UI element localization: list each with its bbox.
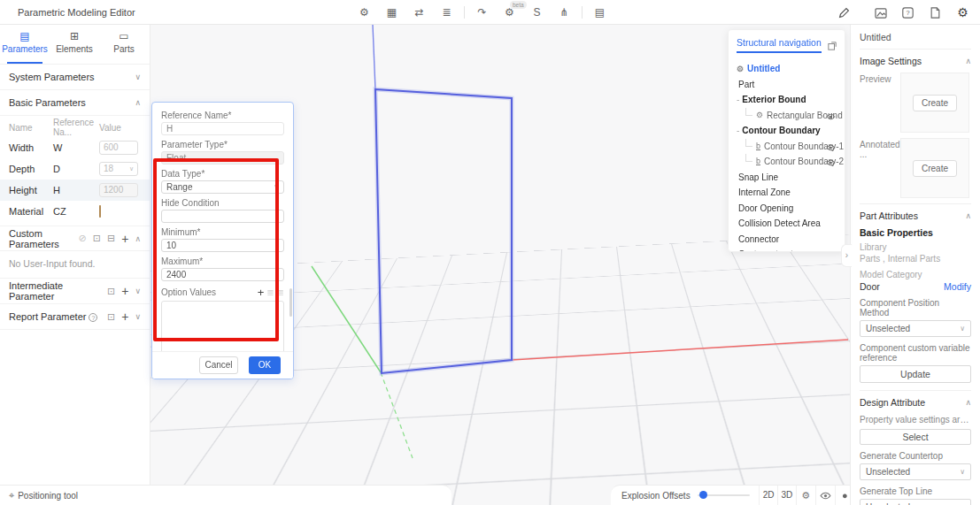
system-parameters-header[interactable]: System Parameters ∨ (0, 65, 150, 90)
create-preview-button[interactable]: Create (913, 95, 957, 111)
sort-up-icon[interactable]: ≣ (266, 287, 274, 297)
generate-countertop-select[interactable]: Unselected ∨ (860, 463, 971, 480)
tree-item-rectangular-bound[interactable]: ⚙ Rectangular Bound (737, 108, 845, 124)
param-ref: W (53, 142, 99, 153)
part-outline[interactable] (375, 89, 512, 373)
view-2d-button[interactable]: 2D (759, 486, 777, 505)
chevron-down-icon[interactable]: ∨ (135, 312, 141, 321)
tab-parameters[interactable]: ▤ Parameters (0, 25, 50, 64)
chevron-up-icon[interactable]: ∧ (135, 234, 141, 243)
add-icon[interactable]: + (121, 284, 128, 298)
add-icon[interactable]: + (121, 232, 128, 246)
image-icon[interactable] (867, 6, 894, 19)
custom-parameters-header[interactable]: Custom Parameters ⊘ ⊡ ⊟ + ∧ (0, 226, 150, 251)
tree-item-snap-line[interactable]: Snap Line (737, 170, 845, 186)
help-icon[interactable]: ? (89, 313, 97, 322)
image-settings-header[interactable]: Image Settings ∧ (860, 50, 971, 73)
expand-panel-icon[interactable] (828, 37, 837, 53)
part-attributes-header[interactable]: Part Attributes ∧ (860, 204, 971, 227)
explosion-offset-slider[interactable] (698, 494, 751, 496)
hide-condition-input[interactable]: ƒ (161, 210, 284, 223)
list-settings-icon[interactable]: ≣ (433, 6, 460, 19)
basic-parameters-header[interactable]: Basic Parameters ∧ (0, 90, 150, 116)
table-header-row: Name Reference Na... Value (9, 118, 141, 137)
col-reference: Reference Na... (53, 118, 99, 137)
rotate-icon[interactable]: ↷ (468, 6, 496, 19)
sort-down-icon[interactable]: ≣ (277, 287, 284, 297)
generate-top-line-select[interactable]: Unselected ∨ (860, 499, 971, 505)
annotated-image-box: Create (900, 138, 969, 198)
modify-link[interactable]: Modify (944, 281, 971, 292)
tree-item-contour-boundary-2[interactable]: b Contour Boundary-2 (737, 154, 845, 170)
height-value-input[interactable]: 1200 (99, 183, 138, 197)
document-panel-icon[interactable]: ▤ (586, 6, 613, 19)
eye-icon[interactable] (826, 157, 836, 167)
tab-elements[interactable]: ⊞ Elements (50, 25, 99, 64)
swap-icon[interactable]: ⇄ (405, 6, 433, 19)
tree-item-exterior-bound[interactable]: Exterior Bound (737, 92, 845, 108)
tree-item-contour-boundary[interactable]: Contour Boundary (737, 123, 845, 139)
formula-icon[interactable]: ƒ (274, 241, 279, 250)
structural-navigation-title[interactable]: Structural navigation (737, 37, 822, 53)
data-type-select[interactable]: Range ∨ (161, 180, 284, 194)
design-attribute-header[interactable]: Design Attribute ∧ (860, 391, 971, 414)
import-icon[interactable]: ⊡ (93, 233, 101, 244)
option-values-label: Option Values (161, 287, 216, 297)
viewport-settings-icon[interactable]: ⚙ (796, 486, 815, 505)
disable-icon[interactable]: ⊘ (79, 233, 87, 244)
tree-item-custom-structure[interactable]: Custom structure (737, 247, 845, 252)
tree-item-untitled[interactable]: ⚙ Untitled (737, 61, 845, 77)
panel-collapse-handle[interactable]: › (841, 244, 852, 267)
tree-label: Connector (738, 234, 779, 244)
chevron-down-icon[interactable]: ∨ (135, 287, 141, 295)
add-option-icon[interactable]: + (258, 286, 265, 299)
document-icon[interactable] (922, 6, 949, 19)
tree-item-door-opening[interactable]: Door Opening (737, 201, 845, 217)
tree-item-connector[interactable]: Connector (737, 232, 845, 248)
visibility-eye-icon[interactable] (815, 486, 835, 505)
position-method-select[interactable]: Unselected ∨ (860, 320, 971, 337)
formula-icon[interactable]: ƒ (274, 212, 279, 221)
ok-button[interactable]: OK (249, 356, 281, 374)
select-button[interactable]: Select (860, 429, 971, 445)
parameter-type-input[interactable]: Float (161, 151, 284, 165)
dialog-scrollbar[interactable] (289, 288, 292, 317)
edit-pencil-icon[interactable] (830, 6, 858, 19)
gear-beta-icon[interactable]: ⚙beta (496, 6, 523, 19)
tree-item-internal-zone[interactable]: Internal Zone (737, 185, 845, 201)
width-value-input[interactable]: 600 (99, 141, 138, 155)
help-icon[interactable]: ? (894, 6, 922, 19)
depth-value-select[interactable]: 18∨ (99, 162, 138, 176)
intermediate-parameter-header[interactable]: Intermediate Parameter ⊡ + ∨ (0, 279, 150, 304)
parameters-tab-icon: ▤ (0, 30, 50, 43)
import-icon[interactable]: ⊡ (107, 286, 115, 297)
export-icon[interactable]: ⊟ (107, 233, 115, 244)
report-parameter-header[interactable]: Report Parameter? ⊡ + ∨ (0, 304, 150, 330)
create-annotated-button[interactable]: Create (913, 160, 957, 177)
eye-icon[interactable] (826, 142, 836, 152)
tree-item-collision-detect-area[interactable]: Collision Detect Area (737, 216, 845, 232)
import-icon[interactable]: ⊡ (107, 311, 115, 323)
positioning-tool-label[interactable]: Positioning tool (18, 491, 78, 501)
grid-view-icon[interactable]: ▦ (378, 6, 405, 19)
component-settings-icon[interactable]: ⚙ (351, 6, 378, 19)
slider-knob[interactable] (699, 491, 707, 499)
view-3d-button[interactable]: 3D (777, 486, 796, 505)
tree-item-contour-boundary-1[interactable]: b Contour Boundary-1 (737, 139, 845, 155)
material-swatch[interactable] (99, 205, 101, 218)
option-values-list[interactable] (161, 301, 284, 354)
tab-parts[interactable]: ▭ Parts (99, 25, 149, 64)
node-path-icon[interactable]: ⋔ (551, 6, 578, 19)
reference-name-input[interactable]: H (161, 122, 284, 135)
formula-icon[interactable]: ƒ (274, 271, 279, 279)
hook-tool-icon[interactable]: S (523, 6, 551, 19)
maximum-input[interactable]: 2400 ƒ (161, 268, 284, 281)
update-button[interactable]: Update (860, 365, 971, 383)
add-icon[interactable]: + (121, 310, 128, 324)
tree-item-part[interactable]: Part (737, 77, 845, 93)
cancel-button[interactable]: Cancel (199, 356, 238, 374)
dialog-footer: Cancel OK (152, 351, 293, 379)
eye-icon[interactable] (826, 111, 836, 121)
minimum-input[interactable]: 10 ƒ (161, 239, 284, 252)
settings-gear-icon[interactable]: ⚙ (949, 5, 976, 19)
